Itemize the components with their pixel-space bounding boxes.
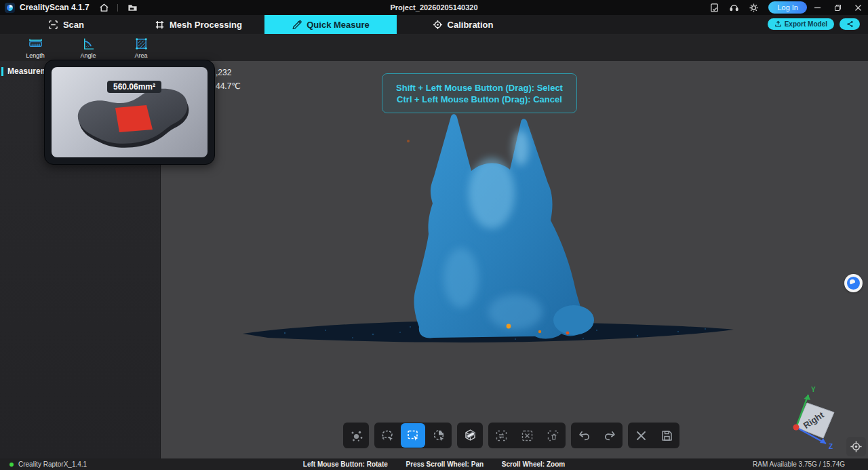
- selection-hint-box: Shift + Left Mouse Button (Drag): Select…: [382, 73, 577, 113]
- toolbar-group-select-modes: [374, 423, 452, 448]
- ram-available: RAM Available 3.75G / 15.74G: [753, 461, 845, 468]
- delete-selection-button[interactable]: [540, 423, 565, 448]
- pan-hint: Press Scroll Wheel: Pan: [406, 461, 484, 468]
- tab-quick-measure-label: Quick Measure: [307, 20, 370, 30]
- release-notes-icon[interactable]: [709, 3, 719, 13]
- unscanned-spot: [507, 324, 511, 329]
- zoom-hint: Scroll Wheel: Zoom: [502, 461, 565, 468]
- area-tool-button[interactable]: Area: [115, 34, 167, 59]
- lasso-select-icon: [380, 428, 395, 444]
- redo-icon: [602, 428, 618, 444]
- circle-select-button[interactable]: [427, 423, 451, 448]
- support-headset-icon[interactable]: [729, 3, 739, 13]
- rectangle-select-button[interactable]: [401, 423, 425, 448]
- rectangle-select-icon: [406, 428, 421, 444]
- share-button[interactable]: [840, 18, 860, 30]
- device-stats: ,232 44.7℃: [216, 66, 241, 93]
- export-icon: [774, 20, 782, 28]
- area-tool-label: Area: [134, 52, 147, 59]
- quick-measure-pencil-icon: [292, 20, 302, 30]
- save-button[interactable]: [654, 423, 679, 448]
- length-tool-label: Length: [26, 52, 45, 59]
- tab-mesh-processing[interactable]: Mesh Processing: [132, 15, 264, 34]
- toolbar-group-history: [571, 423, 623, 448]
- axis-y-label: Y: [811, 386, 816, 393]
- toolbar-group-points: [343, 423, 369, 448]
- cube-eraser-icon: [462, 428, 478, 444]
- title-bar: CrealityScan 4.1.7 Project_2026020514032…: [0, 0, 868, 15]
- home-icon[interactable]: [99, 3, 109, 13]
- area-value-chip: 560.06mm²: [107, 81, 161, 93]
- delete-selection-icon: [545, 428, 561, 444]
- scan-icon: [48, 20, 58, 30]
- status-bar: Creality RaptorX_1.4.1 Left Mouse Button…: [0, 458, 868, 470]
- assistant-icon: [847, 277, 860, 290]
- point-select-button[interactable]: [344, 423, 368, 448]
- close-button[interactable]: [848, 0, 868, 15]
- open-project-folder-icon[interactable]: [127, 3, 138, 13]
- tab-scan-label: Scan: [63, 20, 84, 30]
- points-icon: [349, 428, 364, 444]
- calibration-icon: [433, 20, 443, 30]
- tab-scan[interactable]: Scan: [0, 15, 132, 34]
- export-model-label: Export Model: [785, 20, 827, 28]
- angle-tool-label: Angle: [80, 52, 96, 59]
- titlebar-separator: [117, 4, 118, 12]
- stat-value-partial: ,232: [216, 66, 241, 79]
- main-area: Measureme ,232 44.7℃ Shift + Left Mouse …: [0, 61, 868, 458]
- axis-x-dot: [793, 425, 800, 431]
- hint-select-line: Shift + Left Mouse Button (Drag): Select: [396, 82, 563, 94]
- clear-selection-icon: [519, 428, 535, 444]
- scanned-model-render[interactable]: [231, 109, 746, 346]
- viewport-settings-icon: [850, 440, 863, 453]
- settings-gear-icon[interactable]: [749, 3, 759, 13]
- clear-selection-button[interactable]: [515, 423, 539, 448]
- share-icon: [846, 20, 854, 28]
- tab-quick-measure[interactable]: Quick Measure: [264, 15, 397, 34]
- panel-accent-bar: [1, 67, 3, 76]
- invert-selection-button[interactable]: [489, 423, 513, 448]
- invert-selection-icon: [494, 428, 509, 444]
- selection-toolbar: [343, 423, 679, 448]
- undo-icon: [576, 428, 592, 444]
- axis-z-label: Z: [829, 443, 833, 450]
- toolbar-group-confirm: [628, 423, 679, 448]
- viewport-settings-button[interactable]: [846, 437, 866, 456]
- tab-calibration[interactable]: Calibration: [397, 15, 529, 34]
- tab-calibration-label: Calibration: [448, 20, 494, 30]
- hint-cancel-line: Ctrl + Left Mouse Button (Drag): Cancel: [397, 94, 562, 105]
- length-ruler-icon: [28, 37, 43, 51]
- measure-tool-band: Length Angle Area: [0, 34, 868, 61]
- assistant-button[interactable]: [844, 274, 863, 292]
- cancel-x-icon: [633, 428, 649, 444]
- app-title: CrealityScan 4.1.7: [20, 3, 90, 12]
- lasso-select-button[interactable]: [375, 423, 399, 448]
- angle-protractor-icon: [81, 37, 96, 51]
- axis-gizmo[interactable]: Right Y Z: [781, 385, 846, 450]
- app-logo-icon: [5, 3, 15, 13]
- undo-button[interactable]: [572, 423, 596, 448]
- login-button[interactable]: Log In: [768, 1, 807, 14]
- save-floppy-icon: [659, 428, 675, 444]
- circle-select-icon: [431, 428, 447, 444]
- mouse-hints: Left Mouse Button: Rotate Press Scroll W…: [0, 461, 868, 468]
- length-tool-button[interactable]: Length: [9, 34, 62, 59]
- cancel-button[interactable]: [629, 423, 653, 448]
- area-tool-preview-popup: 560.06mm²: [44, 60, 215, 165]
- tab-mesh-processing-label: Mesh Processing: [170, 20, 242, 30]
- mesh-processing-icon: [155, 20, 165, 30]
- measured-area-patch: [115, 105, 153, 132]
- toolbar-group-selection-ops: [488, 423, 566, 448]
- angle-tool-button[interactable]: Angle: [62, 34, 115, 59]
- minimize-button[interactable]: [807, 0, 827, 15]
- mode-tab-bar: Scan Mesh Processing Quick Measure Calib…: [0, 15, 868, 34]
- toolbar-group-erase: [457, 423, 483, 448]
- export-model-button[interactable]: Export Model: [768, 18, 834, 30]
- rotate-hint: Left Mouse Button: Rotate: [303, 461, 388, 468]
- erase-through-button[interactable]: [458, 423, 482, 448]
- device-temperature: 44.7℃: [216, 79, 241, 93]
- area-region-icon: [134, 37, 149, 51]
- maximize-button[interactable]: [827, 0, 848, 15]
- redo-button[interactable]: [597, 423, 622, 448]
